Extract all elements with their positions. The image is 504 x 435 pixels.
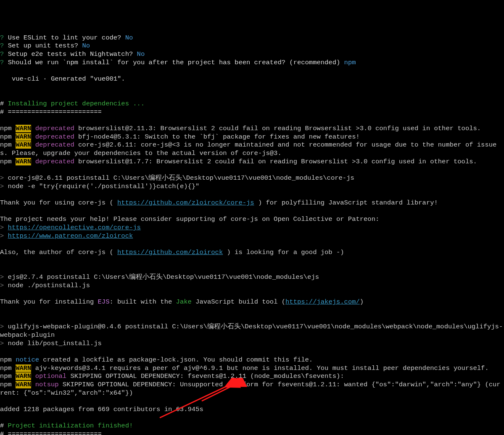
optional-text: SKIPPING OPTIONAL DEPENDENCY: fsevents@1… [66, 372, 344, 380]
opencollective-link[interactable]: https://opencollective.com/core-js [8, 224, 141, 231]
prompt-npm: Should we run `npm install` for you afte… [8, 59, 340, 66]
npm-prefix: npm [0, 141, 16, 149]
author-post: ) is looking for a good job -) [223, 249, 344, 256]
notsup-label: notsup [35, 381, 59, 388]
warn-text-2: bfj-node4@5.3.1: Switch to the `bfj` pac… [74, 133, 360, 141]
deprecated-label: deprecated [35, 141, 74, 149]
prompt-marker: ? [0, 50, 4, 58]
answer-npm: npm [344, 59, 356, 66]
deprecated-label: deprecated [35, 133, 74, 141]
optional-label: optional [35, 372, 66, 380]
answer-unit: No [82, 42, 90, 50]
warn-badge: WARN [16, 372, 31, 380]
uglify-postinstall-2: node lib/post_install.js [8, 340, 102, 347]
warn-badge: WARN [16, 381, 31, 388]
prompt-eslint: Use ESLint to lint your code? [8, 34, 121, 42]
warn-badge: WARN [16, 141, 31, 149]
gt: > [0, 183, 8, 190]
prompt-e2e: Setup e2e tests with Nightwatch? [8, 50, 133, 58]
prompt-marker: ? [0, 59, 4, 66]
gt: > [0, 323, 8, 330]
corejs-postinstall-1: core-js@2.6.11 postinstall C:\Users\编程小石… [8, 174, 354, 182]
npm-prefix: npm [0, 356, 16, 364]
warn-text-4: browserslist@1.7.7: Browserslist 2 could… [74, 158, 477, 165]
gt: > [0, 232, 8, 240]
prompt-marker: ? [0, 34, 4, 42]
patreon-link[interactable]: https://www.patreon.com/zloirock [8, 232, 133, 240]
ejs-mid2: JavaScript build tool ( [192, 298, 285, 306]
support-line: The project needs your help! Please cons… [0, 215, 379, 223]
corejs-link[interactable]: https://github.com/zloirock/core-js [117, 199, 254, 207]
warn-badge: WARN [16, 133, 31, 141]
prompt-marker: ? [0, 42, 4, 50]
npm-prefix: npm [0, 125, 16, 132]
jake-link[interactable]: https://jakejs.com/ [285, 298, 360, 306]
ejs-thanks-pre: Thank you for installing [0, 298, 98, 306]
gt: > [0, 224, 8, 231]
gt: > [0, 282, 8, 289]
hash: # [0, 430, 8, 435]
terminal-output: ? Use ESLint to lint your code? No ? Set… [0, 34, 504, 435]
deprecated-label: deprecated [35, 158, 74, 165]
answer-eslint: No [125, 34, 133, 42]
deprecated-label: deprecated [35, 125, 74, 132]
hash: # [0, 422, 8, 430]
rule: ======================== [8, 108, 102, 116]
rule: ======================== [8, 430, 102, 435]
npm-prefix: npm [0, 372, 16, 380]
gt: > [0, 174, 8, 182]
installing-header: Installing project dependencies ... [8, 100, 145, 107]
npm-prefix: npm [0, 364, 16, 372]
ejs-postinstall-1: ejs@2.7.4 postinstall C:\Users\编程小石头\Des… [8, 273, 319, 281]
uglify-postinstall-1: uglifyjs-webpack-plugin@0.4.6 postinstal… [0, 323, 503, 339]
gt: > [0, 340, 8, 347]
notsup-text: SKIPPING OPTIONAL DEPENDENCY: Unsupporte… [0, 381, 501, 397]
answer-e2e: No [137, 50, 145, 58]
warn-badge: WARN [16, 364, 31, 372]
notice-label: notice [16, 356, 39, 364]
generated-line: vue-cli · Generated "vue001". [0, 75, 125, 83]
corejs-postinstall-2: node -e "try{require('./postinstall')}ca… [8, 183, 200, 190]
corejs-thanks-pre: Thank you for using core-js ( [0, 199, 117, 207]
hash: # [0, 108, 8, 116]
ejs-postinstall-2: node ./postinstall.js [8, 282, 90, 289]
warn-badge: WARN [16, 158, 31, 165]
npm-prefix: npm [0, 133, 16, 141]
ejs-label: EJS [98, 298, 110, 306]
npm-prefix: npm [0, 158, 16, 165]
added-line: added 1218 packages from 669 contributor… [0, 406, 203, 413]
npm-prefix: npm [0, 381, 16, 388]
finished-header: Project initialization finished! [8, 422, 133, 430]
warn-text-3: core-js@2.6.11: core-js@<3 is no longer … [0, 141, 496, 157]
prompt-unit: Set up unit tests? [8, 42, 78, 50]
author-link[interactable]: https://github.com/zloirock [117, 249, 223, 256]
author-pre: Also, the author of core-js ( [0, 249, 117, 256]
hash: # [0, 100, 8, 107]
corejs-thanks-post: ) for polyfilling JavaScript standard li… [254, 199, 438, 207]
jake-label: Jake [176, 298, 192, 306]
warn-text-1: browserslist@2.11.3: Browserslist 2 coul… [74, 125, 481, 132]
gt: > [0, 273, 8, 281]
notice-text: created a lockfile as package-lock.json.… [39, 356, 313, 364]
ejs-end: ) [360, 298, 364, 306]
warn-badge: WARN [16, 125, 31, 132]
ejs-mid: : built with the [109, 298, 176, 306]
peer-warn: ajv-keywords@3.4.1 requires a peer of aj… [31, 364, 488, 372]
